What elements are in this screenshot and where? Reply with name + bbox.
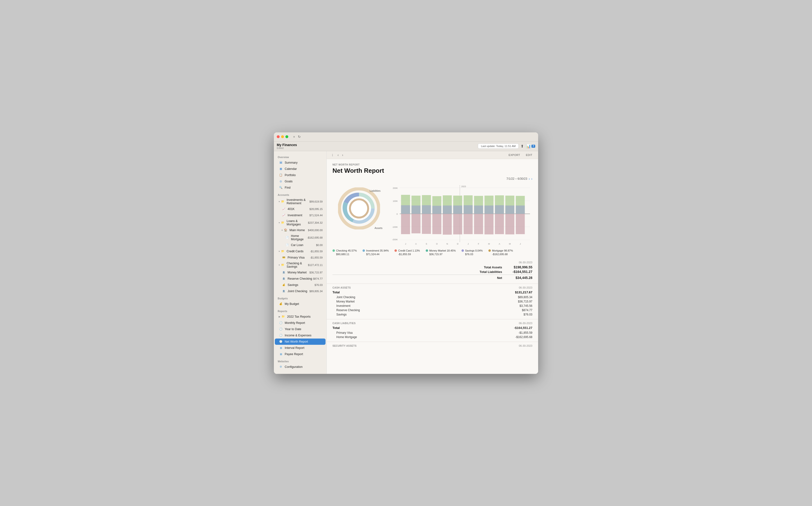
sidebar-item-goals[interactable]: ◎ Goals [275, 178, 326, 184]
legend-credit-card-name: Credit Card 1.13% [398, 249, 420, 253]
cash-liabilities-label: CASH LIABILITIES [333, 322, 356, 325]
svg-rect-22 [422, 205, 431, 214]
minimize-button[interactable] [281, 135, 284, 138]
cash-assets-reserve-checking: Reserve Checking $874.77 [333, 308, 532, 312]
sidebar-item-interval-report[interactable]: ▦ Interval Report [275, 345, 326, 351]
legend-text-checking: Checking 45.57% $90,680.11 [336, 249, 357, 256]
sidebar-item-2022-tax[interactable]: ▶ 📁 2022 Tax Reports [275, 314, 326, 320]
svg-text:J: J [405, 242, 406, 245]
legend-row: Checking 45.57% $90,680.11 Investment 35… [327, 247, 538, 260]
investments-amount: $99,619.59 [309, 200, 323, 203]
websites-label: Websites [274, 357, 327, 364]
calendar-icon: ▦ [279, 167, 283, 171]
sidebar-item-summary[interactable]: 🏛 Summary [275, 160, 326, 166]
tax-folder-icon: 📁 [281, 315, 285, 319]
2022-tax-label: 2022 Tax Reports [287, 315, 310, 318]
sidebar-item-joint-checking[interactable]: 🏦 Joint Checking $89,805.34 [275, 288, 326, 294]
budget-icon: 💰 [279, 302, 283, 306]
config-icon: ⚙ [279, 365, 283, 369]
net-value: $34,445.28 [506, 276, 532, 280]
joint-checking-amount: $89,805.34 [309, 290, 323, 292]
svg-text:N: N [447, 242, 448, 245]
svg-rect-47 [506, 214, 514, 235]
sidebar-item-savings[interactable]: 💰 Savings $76.03 [275, 282, 326, 288]
sidebar-item-401k[interactable]: 📈 401K $28,095.15 [275, 206, 326, 212]
find-label: Find [285, 186, 290, 189]
legend-text-savings: Savings 0.04% $76.03 [465, 249, 483, 256]
sidebar-collapse-button[interactable]: ⫶ [331, 153, 334, 157]
mortgage-icon: 📄 [285, 236, 289, 240]
cash-assets-investment: Investment $3,745.56 [333, 304, 532, 308]
refresh-icon[interactable]: ↻ [298, 135, 301, 139]
date-next-button[interactable]: › [531, 177, 532, 181]
nav-forward-button[interactable]: › [341, 153, 345, 157]
sidebar-item-payee-report[interactable]: ▦ Payee Report [275, 351, 326, 357]
portfolio-label: Portfolio [285, 173, 296, 177]
payee-icon: ▦ [279, 352, 283, 356]
goals-icon: ◎ [279, 179, 283, 184]
sidebar-item-income-expenses[interactable]: 🕐 Income & Expenses [275, 332, 326, 339]
legend-text-credit-card: Credit Card 1.13% -$1,855.59 [398, 249, 420, 256]
accounts-label: Accounts [274, 191, 327, 197]
sidebar-item-credit-cards[interactable]: ▾ 📁 Credit Cards -$1,855.59 [275, 248, 326, 254]
security-assets-date: 06-30-2023 [519, 344, 532, 347]
main-content: ⫶ ‹ › EXPORT EDIT NET WORTH REPORT Net W… [327, 151, 538, 374]
sidebar-item-loans[interactable]: ▾ 📁 Loans & Mortgages $237,304.32 [275, 219, 326, 227]
primary-visa-row-value: -$1,855.59 [519, 331, 532, 334]
income-expenses-label: Income & Expenses [285, 334, 311, 337]
svg-rect-28 [443, 205, 452, 214]
income-icon: 🕐 [279, 333, 283, 338]
reports-label: Reports [274, 307, 327, 314]
money-market-amount: $36,715.97 [309, 271, 323, 274]
close-button[interactable] [277, 135, 280, 138]
svg-rect-29 [443, 214, 452, 235]
last-update: Last update: Today, 11:51 AM [478, 144, 519, 149]
sidebar-item-primary-visa[interactable]: 💳 Primary Visa -$1,855.59 [275, 254, 326, 261]
sidebar-item-net-worth[interactable]: 🕐 Net Worth Report [275, 339, 326, 345]
nav-back-button[interactable]: ‹ [336, 153, 340, 157]
cash-assets-money-market: Money Market $36,715.97 [333, 300, 532, 304]
reserve-checking-amount: $874.77 [313, 277, 323, 280]
sidebar-item-investments[interactable]: ▾ 📁 Investments & Retirement $99,619.59 [275, 197, 326, 206]
svg-text:O: O [436, 242, 438, 245]
sidebar-item-calendar[interactable]: ▦ Calendar [275, 166, 326, 172]
sidebar-item-portfolio[interactable]: 📋 Portfolio [275, 172, 326, 178]
chart-icon[interactable]: 📊 [526, 144, 531, 149]
notification-badge: 7 [531, 145, 535, 148]
legend-checking-name: Checking 45.57% [336, 249, 357, 253]
svg-text:S: S [426, 242, 427, 245]
sidebar-item-year-to-date[interactable]: 🕐 Year to Date [275, 326, 326, 332]
add-icon[interactable]: + [293, 135, 295, 139]
edit-button[interactable]: EDIT [524, 153, 534, 157]
date-prev-button[interactable]: ‹ [529, 177, 530, 181]
maximize-button[interactable] [285, 135, 288, 138]
car-loan-amount: $0.00 [316, 244, 323, 247]
sidebar-item-main-home[interactable]: ▾ 🏠 Main Home $400,000.00 [275, 227, 326, 233]
sidebar-item-checking-savings[interactable]: ▾ 📁 Checking & Savings $127,472.11 [275, 261, 326, 269]
reserve-checking-value: $874.77 [522, 309, 532, 312]
svg-rect-17 [401, 214, 410, 234]
sidebar-item-money-market[interactable]: 🏦 Money Market $36,715.97 [275, 269, 326, 275]
legend-text-money-market: Money Market 18.45% $36,715.97 [429, 249, 456, 256]
export-button[interactable]: EXPORT [507, 153, 522, 157]
sidebar-item-home-mortgage[interactable]: 📄 Home Mortgage -$162,695.68 [275, 233, 326, 242]
sidebar-item-monthly-report[interactable]: 🕐 Monthly Report [275, 320, 326, 326]
ytd-icon: 🕐 [279, 327, 283, 331]
title-bar: + ↻ [274, 133, 538, 142]
sidebar-item-car-loan[interactable]: 📄 Car Loan $0.00 [275, 242, 326, 248]
svg-rect-25 [432, 206, 441, 214]
svg-rect-31 [453, 205, 462, 214]
legend-text-mortgage: Mortgage 98.87% -$162,695.68 [492, 249, 513, 256]
report-label: NET WORTH REPORT [333, 163, 532, 166]
export-icon[interactable]: ⬆ [521, 144, 524, 149]
total-assets-value: $198,996.55 [506, 265, 532, 269]
sidebar-item-reserve-checking[interactable]: 🏦 Reserve Checking $874.77 [275, 275, 326, 282]
legend-dot-savings [461, 249, 464, 252]
sidebar-item-my-budget[interactable]: 💰 My Budget [275, 301, 326, 307]
report-title: Net Worth Report [333, 167, 532, 174]
sidebar-item-investment[interactable]: 📈 Investment $71,524.44 [275, 212, 326, 219]
sidebar-item-find[interactable]: 🔍 Find [275, 184, 326, 191]
chevron-down-icon: ▾ [279, 250, 280, 253]
sidebar-item-configuration[interactable]: ⚙ Configuration [275, 364, 326, 370]
credit-cards-folder-icon: 📁 [281, 249, 285, 253]
